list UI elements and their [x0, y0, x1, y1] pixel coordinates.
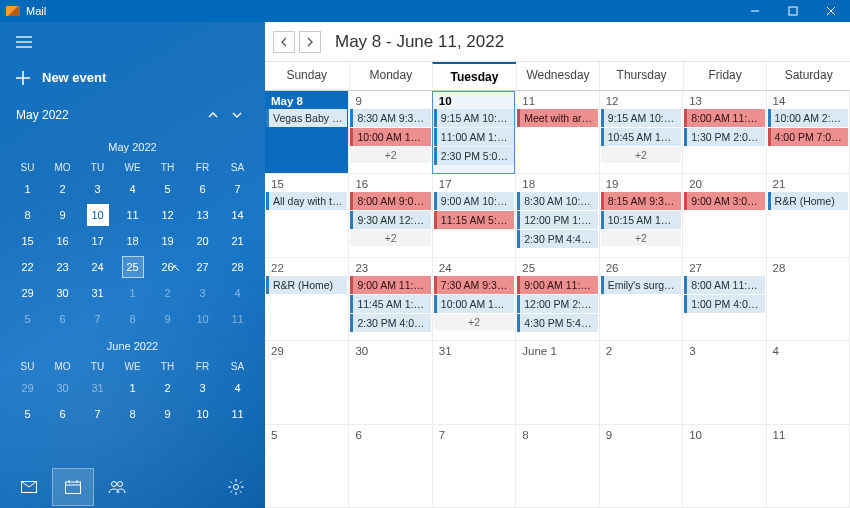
- people-button[interactable]: [96, 468, 138, 506]
- overflow-indicator[interactable]: +2: [350, 147, 430, 163]
- mini-day[interactable]: 18: [115, 228, 150, 254]
- mini-day[interactable]: 6: [45, 401, 80, 427]
- calendar-cell[interactable]: 168:00 AM 9:00 AM9:30 AM 12:00 PM+2: [348, 174, 431, 257]
- mini-day[interactable]: 19: [150, 228, 185, 254]
- mini-day[interactable]: 23: [45, 254, 80, 280]
- calendar-cell[interactable]: June 1: [515, 341, 598, 424]
- mini-day[interactable]: 11: [220, 306, 255, 332]
- calendar-cell[interactable]: 98:30 AM 9:30 AM10:00 AM 12:00 P+2: [348, 91, 431, 174]
- event-chip[interactable]: 9:00 AM 10:00 AM: [434, 192, 514, 210]
- calendar-cell[interactable]: 10: [682, 425, 765, 508]
- calendar-cell[interactable]: 8: [515, 425, 598, 508]
- mini-day[interactable]: 7: [220, 176, 255, 202]
- calendar-cell[interactable]: 247:30 AM 9:30 AM10:00 AM 12:00 P+2: [432, 258, 515, 341]
- calendar-cell[interactable]: 209:00 AM 3:00 PM: [682, 174, 765, 257]
- event-chip[interactable]: 4:30 PM 5:45 PM: [517, 314, 597, 332]
- event-chip[interactable]: 9:00 AM 11:00 AM: [350, 276, 430, 294]
- event-chip[interactable]: 2:30 PM 4:45 PM: [517, 230, 597, 248]
- mini-day[interactable]: 31: [80, 375, 115, 401]
- mini-day[interactable]: 5: [10, 401, 45, 427]
- overflow-indicator[interactable]: +2: [350, 230, 430, 246]
- event-chip[interactable]: 12:00 PM 1:30 PM: [517, 211, 597, 229]
- mini-day[interactable]: 11: [220, 401, 255, 427]
- event-chip[interactable]: Meet with archit…: [517, 109, 597, 127]
- mini-day[interactable]: 12: [150, 202, 185, 228]
- mini-day[interactable]: 6: [185, 176, 220, 202]
- window-close-button[interactable]: [812, 0, 850, 22]
- mini-day[interactable]: 21: [220, 228, 255, 254]
- mini-day[interactable]: 27: [185, 254, 220, 280]
- calendar-cell[interactable]: 188:30 AM 10:30 AM12:00 PM 1:30 PM2:30 P…: [515, 174, 598, 257]
- mini-day[interactable]: 29: [10, 280, 45, 306]
- calendar-cell[interactable]: 30: [348, 341, 431, 424]
- event-chip[interactable]: R&R (Home): [768, 192, 848, 210]
- mini-day[interactable]: 4: [115, 176, 150, 202]
- event-chip[interactable]: All day with the k…: [266, 192, 347, 210]
- mini-day[interactable]: 1: [10, 176, 45, 202]
- mini-day[interactable]: 2: [45, 176, 80, 202]
- mini-day[interactable]: 2: [150, 375, 185, 401]
- event-chip[interactable]: 2:30 PM 5:00 PM: [434, 147, 514, 165]
- mini-day[interactable]: 1: [115, 280, 150, 306]
- mini-day[interactable]: 1: [115, 375, 150, 401]
- settings-button[interactable]: [215, 468, 257, 506]
- calendar-cell[interactable]: 4: [766, 341, 849, 424]
- event-chip[interactable]: 8:00 AM 11:00 AM: [684, 109, 764, 127]
- mini-day[interactable]: 5: [10, 306, 45, 332]
- mini-day[interactable]: 7: [80, 401, 115, 427]
- calendar-cell[interactable]: 29: [265, 341, 348, 424]
- mini-day[interactable]: 17: [80, 228, 115, 254]
- calendar-cell[interactable]: 259:00 AM 11:00 AM12:00 PM 2:00 PM4:30 P…: [515, 258, 598, 341]
- hamburger-button[interactable]: [0, 22, 265, 62]
- event-chip[interactable]: 2:30 PM 4:00 PM: [350, 314, 430, 332]
- sidebar-month-label[interactable]: May 2022: [16, 108, 201, 122]
- calendar-cell[interactable]: 109:15 AM 10:30 AM11:00 AM 1:00 PM2:30 P…: [432, 91, 515, 174]
- calendar-cell[interactable]: 129:15 AM 10:15 AM10:45 AM 12:00 P+2: [599, 91, 682, 174]
- mini-day[interactable]: 25: [115, 254, 150, 280]
- event-chip[interactable]: 1:00 PM 4:00 PM: [684, 295, 764, 313]
- mini-day[interactable]: 4: [220, 375, 255, 401]
- calendar-cell[interactable]: 3: [682, 341, 765, 424]
- mini-day[interactable]: 20: [185, 228, 220, 254]
- mini-day[interactable]: 28: [220, 254, 255, 280]
- event-chip[interactable]: 9:00 AM 3:00 PM: [684, 192, 764, 210]
- calendar-cell[interactable]: 6: [348, 425, 431, 508]
- mini-day[interactable]: 22: [10, 254, 45, 280]
- calendar-cell[interactable]: 198:15 AM 9:30 AM10:15 AM 12:00 P+2: [599, 174, 682, 257]
- overflow-indicator[interactable]: +2: [601, 147, 681, 163]
- mini-day[interactable]: 15: [10, 228, 45, 254]
- mini-day[interactable]: 10: [185, 401, 220, 427]
- overflow-indicator[interactable]: +2: [601, 230, 681, 246]
- event-chip[interactable]: 10:15 AM 12:00 P: [601, 211, 681, 229]
- calendar-cell[interactable]: 239:00 AM 11:00 AM11:45 AM 1:30 PM2:30 P…: [348, 258, 431, 341]
- event-chip[interactable]: 9:30 AM 12:00 PM: [350, 211, 430, 229]
- mini-day[interactable]: 14: [220, 202, 255, 228]
- month-prev-button[interactable]: [201, 103, 225, 127]
- calendar-button[interactable]: [52, 468, 94, 506]
- mini-day[interactable]: 4: [220, 280, 255, 306]
- event-chip[interactable]: 8:00 AM 11:00 AM: [684, 276, 764, 294]
- mini-day[interactable]: 2: [150, 280, 185, 306]
- event-chip[interactable]: 4:00 PM 7:00 PM: [768, 128, 848, 146]
- calendar-cell[interactable]: 1410:00 AM 2:00 PM4:00 PM 7:00 PM: [766, 91, 849, 174]
- mini-day[interactable]: 26↖: [150, 254, 185, 280]
- mini-day[interactable]: 11: [115, 202, 150, 228]
- overflow-indicator[interactable]: +2: [434, 314, 514, 330]
- calendar-cell[interactable]: May 8Vegas Baby (Las…: [265, 91, 348, 174]
- mini-day[interactable]: 7: [80, 306, 115, 332]
- event-chip[interactable]: Emily's surgery (…: [601, 276, 681, 294]
- event-chip[interactable]: 9:15 AM 10:15 AM: [601, 109, 681, 127]
- mini-day[interactable]: 9: [150, 401, 185, 427]
- calendar-cell[interactable]: 11Meet with archit…: [515, 91, 598, 174]
- calendar-cell[interactable]: 9: [599, 425, 682, 508]
- calendar-cell[interactable]: 28: [766, 258, 849, 341]
- event-chip[interactable]: 12:00 PM 2:00 PM: [517, 295, 597, 313]
- mini-day[interactable]: 9: [45, 202, 80, 228]
- mini-day[interactable]: 31: [80, 280, 115, 306]
- calendar-cell[interactable]: 179:00 AM 10:00 AM11:15 AM 5:00 PM: [432, 174, 515, 257]
- calendar-cell[interactable]: 138:00 AM 11:00 AM1:30 PM 2:00 PM: [682, 91, 765, 174]
- mini-day[interactable]: 8: [10, 202, 45, 228]
- event-chip[interactable]: 8:30 AM 9:30 AM: [350, 109, 430, 127]
- mini-day[interactable]: 30: [45, 375, 80, 401]
- new-event-button[interactable]: New event: [0, 62, 265, 93]
